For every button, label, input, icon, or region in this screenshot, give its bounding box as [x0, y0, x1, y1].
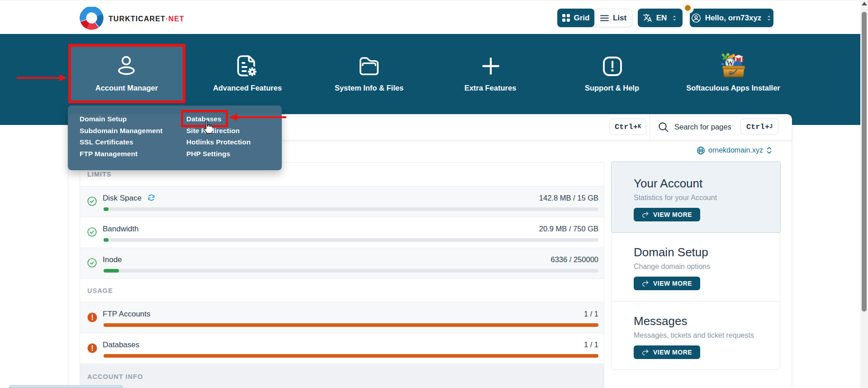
- svg-text:W: W: [726, 59, 734, 67]
